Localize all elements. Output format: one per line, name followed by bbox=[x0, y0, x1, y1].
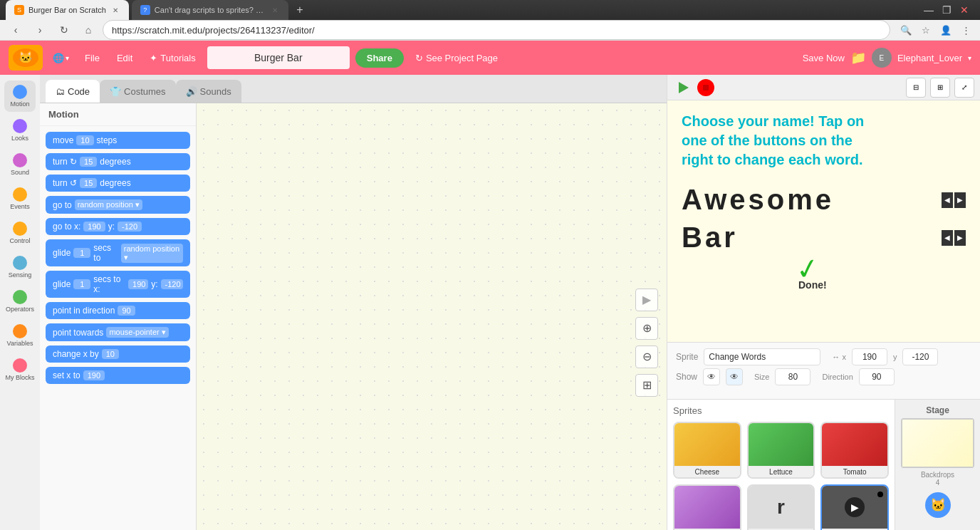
sprite-card-tomato[interactable]: Tomato bbox=[820, 422, 889, 479]
sprite-card-cheese[interactable]: Cheese bbox=[673, 422, 741, 479]
tab-close-1[interactable]: ✕ bbox=[110, 5, 120, 15]
block-goto-random[interactable]: go to random position ▾ bbox=[46, 196, 190, 214]
folder-icon[interactable]: 📁 bbox=[850, 50, 866, 66]
word1-next-arrow[interactable]: ▶ bbox=[954, 192, 966, 208]
sprite-size-input[interactable] bbox=[775, 368, 810, 385]
stage-backdrops-info: Backdrops 4 bbox=[901, 471, 974, 487]
block-glide-xy[interactable]: glide 1 secs to x: 190 y: -120 bbox=[46, 271, 190, 298]
category-motion[interactable]: Motion bbox=[4, 80, 36, 112]
browser-tab-active[interactable]: S Burger Bar on Scratch ✕ bbox=[6, 0, 129, 20]
tab-code[interactable]: 🗂 Code bbox=[46, 80, 100, 103]
see-project-button[interactable]: ↻ See Project Page bbox=[410, 50, 504, 66]
stage-medium-view-button[interactable]: ⊞ bbox=[930, 78, 950, 98]
maximize-button[interactable]: ❐ bbox=[942, 4, 952, 16]
sprite-card-onion[interactable]: Onion bbox=[673, 484, 741, 530]
category-sound[interactable]: Sound bbox=[4, 149, 36, 180]
category-operators-label: Operators bbox=[6, 306, 34, 313]
sprite-x-input[interactable] bbox=[852, 348, 887, 365]
code-canvas[interactable]: ▶ ⊕ ⊖ ⊞ bbox=[197, 103, 667, 530]
block-point-towards[interactable]: point towards mouse-pointer ▾ bbox=[46, 323, 190, 341]
username-label[interactable]: Elephant_Lover bbox=[897, 53, 962, 63]
back-button[interactable]: ‹ bbox=[6, 20, 26, 40]
stage-mini-thumbnail[interactable] bbox=[901, 418, 974, 468]
block-set-x[interactable]: set x to 190 bbox=[46, 367, 190, 384]
word1-prev-arrow[interactable]: ◀ bbox=[942, 192, 953, 208]
costumes-tab-label: Costumes bbox=[124, 86, 166, 97]
sprites-label: Sprites bbox=[673, 405, 702, 416]
category-operators[interactable]: Operators bbox=[4, 286, 36, 317]
tab-close-2[interactable]: ✕ bbox=[270, 5, 280, 15]
user-avatar[interactable]: E bbox=[872, 48, 892, 68]
word2-prev-arrow[interactable]: ◀ bbox=[942, 230, 953, 246]
zoom-out-button[interactable]: ⊖ bbox=[635, 345, 658, 368]
scratch-logo[interactable]: 🐱 bbox=[9, 45, 43, 71]
profile-icon[interactable]: 👤 bbox=[937, 21, 954, 38]
green-flag-button[interactable] bbox=[673, 78, 693, 98]
menu-icon[interactable]: ⋮ bbox=[957, 21, 974, 38]
fit-view-button[interactable]: ⊞ bbox=[635, 374, 658, 397]
nav-right: Save Now 📁 E Elephant_Lover ▾ bbox=[803, 48, 971, 68]
sprite-card-change[interactable]: ▶ Change bbox=[820, 484, 889, 530]
nav-globe[interactable]: 🌐 ▾ bbox=[48, 50, 73, 66]
save-now-button[interactable]: Save Now bbox=[803, 53, 845, 63]
block-turn-cw[interactable]: turn ↻ 15 degrees bbox=[46, 153, 190, 170]
home-button[interactable]: ⌂ bbox=[78, 20, 98, 40]
show-toggle-visible[interactable]: 👁 bbox=[703, 368, 720, 385]
block-point-direction[interactable]: point in direction 90 bbox=[46, 302, 190, 319]
bookmark-star-icon[interactable]: ☆ bbox=[917, 21, 934, 38]
file-menu[interactable]: File bbox=[79, 50, 105, 66]
category-variables[interactable]: Variables bbox=[4, 320, 36, 351]
tutorials-menu[interactable]: ✦ Tutorials bbox=[144, 50, 201, 66]
share-button[interactable]: Share bbox=[355, 48, 404, 68]
sprite-card-typewriter[interactable]: r Typewriter bbox=[747, 484, 815, 530]
sounds-tab-label: Sounds bbox=[200, 86, 231, 97]
checkmark-icon: ✓ bbox=[793, 250, 822, 286]
category-my-blocks[interactable]: My Blocks bbox=[4, 354, 36, 385]
show-toggle-hidden[interactable]: 👁 bbox=[726, 368, 743, 385]
instruction-line3: right to change each word. bbox=[682, 152, 862, 167]
category-sensing[interactable]: Sensing bbox=[4, 251, 36, 283]
sprite-card-lettuce[interactable]: Lettuce bbox=[747, 422, 815, 479]
search-icon[interactable]: 🔍 bbox=[897, 21, 914, 38]
address-input[interactable] bbox=[103, 20, 890, 40]
stage-controls: ⊟ ⊞ ⤢ bbox=[667, 75, 980, 100]
stop-button[interactable] bbox=[697, 79, 714, 96]
sprite-y-input[interactable] bbox=[902, 348, 938, 365]
scratch-app: 🐱 🌐 ▾ File Edit ✦ Tutorials Share ↻ See … bbox=[0, 41, 980, 530]
scratch-cat-avatar[interactable]: 🐱 bbox=[925, 492, 951, 518]
category-control[interactable]: Control bbox=[4, 217, 36, 249]
block-turn-ccw[interactable]: turn ↺ 15 degrees bbox=[46, 175, 190, 192]
category-looks[interactable]: Looks bbox=[4, 115, 36, 146]
project-title-input[interactable] bbox=[207, 46, 350, 69]
sprite-thumb-onion bbox=[674, 486, 740, 529]
sprite-name-input[interactable] bbox=[704, 348, 820, 365]
canvas-play-button[interactable]: ▶ bbox=[635, 289, 658, 311]
tab-sounds[interactable]: 🔊 Sounds bbox=[176, 80, 241, 103]
stage-small-view-button[interactable]: ⊟ bbox=[906, 78, 926, 98]
word1-arrows[interactable]: ◀ ▶ bbox=[942, 192, 966, 208]
edit-menu[interactable]: Edit bbox=[111, 50, 138, 66]
done-area: ✓ Done! bbox=[682, 259, 966, 302]
tab-costumes[interactable]: 👕 Costumes bbox=[100, 80, 176, 103]
reload-button[interactable]: ↻ bbox=[54, 20, 74, 40]
sprite-direction-input[interactable] bbox=[859, 368, 895, 385]
word2-next-arrow[interactable]: ▶ bbox=[954, 230, 966, 246]
block-glide-random[interactable]: glide 1 secs to random position ▾ bbox=[46, 239, 190, 266]
block-goto-xy[interactable]: go to x: 190 y: -120 bbox=[46, 218, 190, 235]
zoom-in-button[interactable]: ⊕ bbox=[635, 317, 658, 340]
minimize-button[interactable]: — bbox=[924, 4, 934, 16]
block-move[interactable]: move 10 steps bbox=[46, 132, 190, 149]
word1-row: Awesome ◀ ▶ bbox=[682, 184, 966, 216]
category-events[interactable]: Events bbox=[4, 183, 36, 214]
stage-fullscreen-button[interactable]: ⤢ bbox=[954, 78, 974, 98]
forward-button[interactable]: › bbox=[30, 20, 50, 40]
blocks-section-header: Motion bbox=[40, 103, 196, 126]
instruction-line2: one of the buttons on the bbox=[682, 132, 853, 148]
word2-arrows[interactable]: ◀ ▶ bbox=[942, 230, 966, 246]
new-tab-button[interactable]: + bbox=[291, 1, 308, 19]
motion-color-dot bbox=[13, 85, 27, 99]
block-change-x[interactable]: change x by 10 bbox=[46, 345, 190, 363]
user-dropdown-icon[interactable]: ▾ bbox=[968, 54, 971, 62]
close-window-button[interactable]: ✕ bbox=[960, 4, 969, 16]
browser-tab-inactive[interactable]: ? Can't drag scripts to sprites? - D ✕ bbox=[132, 0, 288, 20]
